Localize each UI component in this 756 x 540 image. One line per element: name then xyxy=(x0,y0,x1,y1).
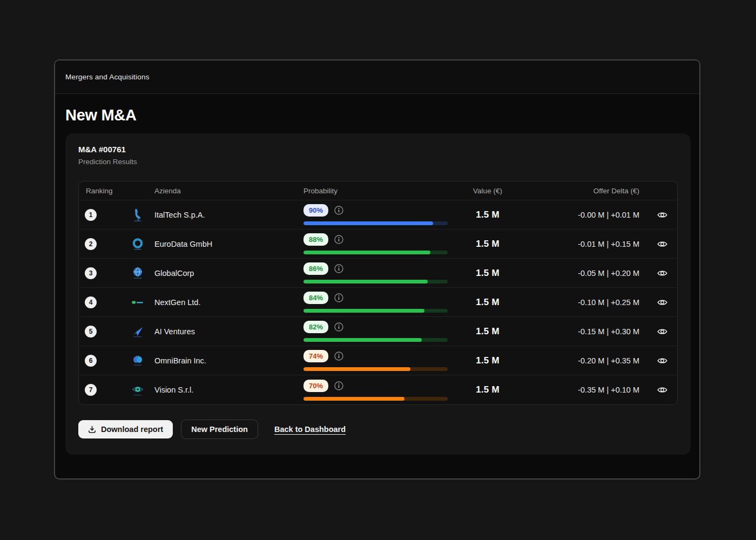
column-header-probability: Probability xyxy=(299,187,458,195)
info-icon[interactable] xyxy=(334,235,343,244)
table-row: 5AI Ventures82%1.5 M-0.15 M | +0.30 M xyxy=(79,317,677,346)
offer-delta-cell: -0.01 M | +0.15 M xyxy=(517,240,647,248)
prediction-table: Ranking Azienda Probability Value (€) Of… xyxy=(78,181,678,405)
rank-badge: 6 xyxy=(85,355,97,367)
value-cell: 1.5 M xyxy=(458,326,517,337)
value-cell: 1.5 M xyxy=(458,355,517,366)
offer-delta-cell: -0.05 M | +0.20 M xyxy=(517,269,647,278)
rank-badge: 1 xyxy=(85,209,97,221)
probability-badge: 82% xyxy=(303,321,328,333)
rank-badge: 4 xyxy=(85,296,97,308)
omnibrain-logo xyxy=(130,353,145,368)
eye-icon[interactable] xyxy=(657,386,667,394)
company-name: GlobalCorp xyxy=(154,269,299,278)
value-cell: 1.5 M xyxy=(458,384,517,395)
table-row: 7Vision S.r.l.70%1.5 M-0.35 M | +0.10 M xyxy=(79,375,677,404)
info-icon[interactable] xyxy=(334,352,343,361)
eurodata-logo xyxy=(130,237,145,252)
eye-icon[interactable] xyxy=(657,211,667,219)
download-report-button[interactable]: Download report xyxy=(78,420,173,438)
probability-bar xyxy=(303,367,448,371)
offer-delta-cell: -0.10 M | +0.25 M xyxy=(517,298,647,307)
offer-delta-cell: -0.20 M | +0.35 M xyxy=(517,356,647,365)
offer-delta-cell: -0.00 M | +0.01 M xyxy=(517,211,647,219)
app-title: Mergers and Acquisitions xyxy=(65,73,150,81)
column-header-value: Value (€) xyxy=(473,187,502,195)
table-row: 2EuroData GmbH88%1.5 M-0.01 M | +0.15 M xyxy=(79,230,677,259)
info-icon[interactable] xyxy=(334,293,343,302)
new-prediction-button[interactable]: New Prediction xyxy=(181,420,258,439)
globalcorp-logo xyxy=(130,266,145,281)
table-body: 1ItalTech S.p.A.90%1.5 M-0.00 M | +0.01 … xyxy=(79,200,677,404)
table-row: 6OmniBrain Inc.74%1.5 M-0.20 M | +0.35 M xyxy=(79,346,677,375)
rank-badge: 5 xyxy=(85,326,97,338)
probability-badge: 74% xyxy=(303,350,328,362)
company-name: EuroData GmbH xyxy=(154,240,299,248)
prediction-results-card: M&A #00761 Prediction Results Ranking Az… xyxy=(65,133,691,455)
probability-badge: 84% xyxy=(303,292,328,304)
download-icon xyxy=(88,426,96,434)
probability-badge: 70% xyxy=(303,380,328,392)
info-icon[interactable] xyxy=(334,264,343,273)
eye-icon[interactable] xyxy=(657,328,667,335)
info-icon[interactable] xyxy=(334,322,343,332)
top-bar: Mergers and Acquisitions xyxy=(55,60,699,94)
eye-icon[interactable] xyxy=(657,299,667,306)
probability-badge: 88% xyxy=(303,233,328,246)
company-name: Vision S.r.l. xyxy=(154,386,299,394)
probability-bar xyxy=(303,309,448,313)
probability-bar xyxy=(303,280,448,284)
table-row: 3GlobalCorp86%1.5 M-0.05 M | +0.20 M xyxy=(79,259,677,288)
eye-icon[interactable] xyxy=(657,357,667,364)
download-report-label: Download report xyxy=(101,425,163,434)
app-window: Mergers and Acquisitions New M&A M&A #00… xyxy=(54,59,700,480)
offer-delta-cell: -0.15 M | +0.30 M xyxy=(517,327,647,336)
actions-bar: Download report New Prediction Back to D… xyxy=(78,420,678,439)
table-row: 4NextGen Ltd.84%1.5 M-0.10 M | +0.25 M xyxy=(79,288,677,317)
rank-badge: 7 xyxy=(85,384,97,396)
probability-bar xyxy=(303,251,448,254)
page-title: New M&A xyxy=(65,106,699,124)
eye-icon[interactable] xyxy=(657,240,667,248)
offer-delta-cell: -0.35 M | +0.10 M xyxy=(517,386,647,394)
value-cell: 1.5 M xyxy=(458,268,517,279)
table-row: 1ItalTech S.p.A.90%1.5 M-0.00 M | +0.01 … xyxy=(79,200,677,230)
italtech-logo xyxy=(130,207,145,222)
value-cell: 1.5 M xyxy=(458,239,517,249)
nextgen-logo xyxy=(130,295,145,310)
column-header-ranking: Ranking xyxy=(79,187,121,195)
vision-logo xyxy=(130,382,145,397)
info-icon[interactable] xyxy=(334,206,343,215)
rank-badge: 3 xyxy=(85,267,97,279)
card-subtitle: Prediction Results xyxy=(78,158,678,166)
column-header-offer-delta: Offer Delta (€) xyxy=(593,187,647,195)
value-cell: 1.5 M xyxy=(458,210,517,220)
table-header: Ranking Azienda Probability Value (€) Of… xyxy=(79,181,677,200)
column-header-azienda: Azienda xyxy=(154,187,299,195)
rank-badge: 2 xyxy=(85,238,97,250)
probability-bar xyxy=(303,221,448,225)
value-cell: 1.5 M xyxy=(458,297,517,308)
company-name: OmniBrain Inc. xyxy=(154,356,299,365)
aiventures-logo xyxy=(130,324,145,339)
probability-bar xyxy=(303,338,448,342)
company-name: ItalTech S.p.A. xyxy=(154,211,299,219)
probability-bar xyxy=(303,397,448,401)
back-to-dashboard-link[interactable]: Back to Dashboard xyxy=(274,425,346,434)
probability-badge: 90% xyxy=(303,204,328,217)
company-name: AI Ventures xyxy=(154,327,299,336)
company-name: NextGen Ltd. xyxy=(154,298,299,307)
ma-id: M&A #00761 xyxy=(78,145,678,154)
probability-badge: 86% xyxy=(303,262,328,275)
eye-icon[interactable] xyxy=(657,269,667,277)
info-icon[interactable] xyxy=(334,381,343,390)
